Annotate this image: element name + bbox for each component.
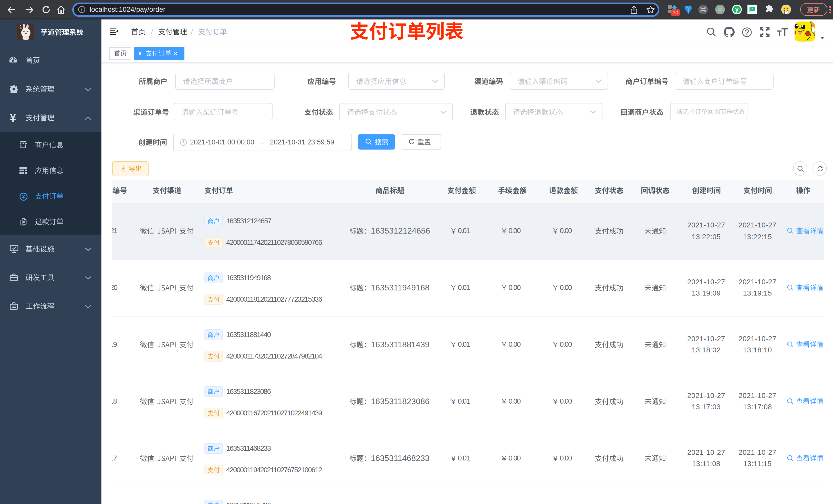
svg-text:¥: ¥ xyxy=(22,194,25,199)
svg-text:y: y xyxy=(735,6,739,13)
svg-text:10: 10 xyxy=(673,10,678,15)
